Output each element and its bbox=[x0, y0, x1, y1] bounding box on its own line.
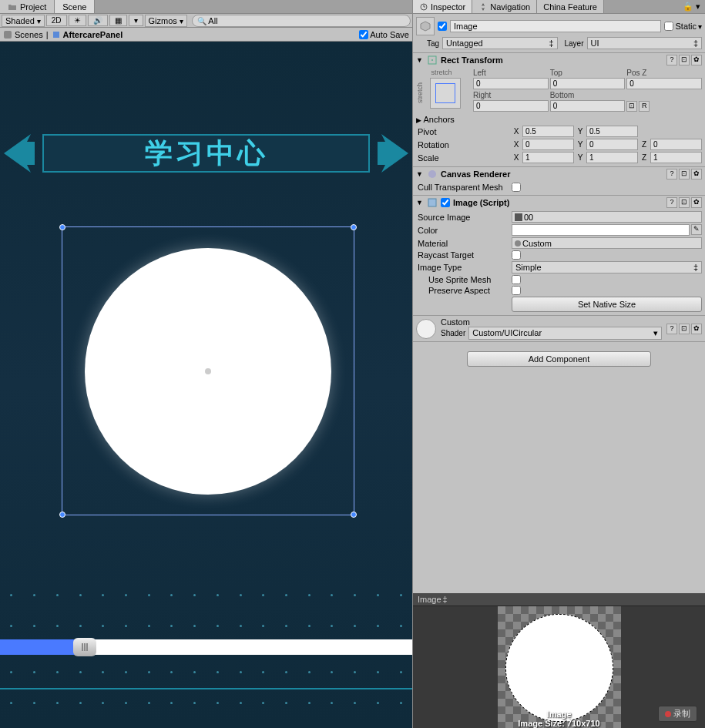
shading-dropdown[interactable]: Shaded ▾ bbox=[2, 15, 45, 27]
cull-checkbox[interactable] bbox=[512, 183, 521, 192]
fold-icon[interactable]: ▼ bbox=[416, 170, 424, 178]
pivot-dot[interactable] bbox=[205, 368, 211, 374]
anchors-fold[interactable]: ▶ bbox=[416, 116, 421, 124]
help-button[interactable]: ? bbox=[666, 197, 677, 208]
tab-project[interactable]: Project bbox=[0, 0, 55, 13]
scene-search[interactable]: 🔍 All bbox=[192, 15, 411, 27]
eyedropper-icon[interactable]: ✎ bbox=[691, 224, 702, 235]
rot-y-field[interactable] bbox=[586, 139, 638, 150]
blueprint-button[interactable]: ⊡ bbox=[626, 101, 637, 112]
lighting-button[interactable]: ☀ bbox=[69, 15, 86, 26]
preserve-aspect-label: Preserve Aspect bbox=[416, 286, 509, 295]
svg-point-5 bbox=[428, 170, 436, 178]
tab-scene[interactable]: Scene bbox=[55, 0, 95, 13]
mode-2d-button[interactable]: 2D bbox=[46, 15, 67, 26]
gear-icon[interactable]: ✿ bbox=[691, 169, 702, 179]
fold-icon[interactable]: ▼ bbox=[416, 56, 424, 64]
gameobject-name-field[interactable] bbox=[450, 20, 661, 32]
pivot-y-field[interactable] bbox=[586, 126, 638, 137]
gizmos-dropdown[interactable]: Gizmos ▾ bbox=[145, 15, 187, 27]
add-component-button[interactable]: Add Component bbox=[467, 351, 651, 367]
left-field[interactable] bbox=[473, 78, 549, 89]
scale-y-field[interactable] bbox=[586, 152, 638, 163]
breadcrumb-scenes[interactable]: Scenes bbox=[3, 30, 43, 39]
preview-size-label: Image Size: 710x710 bbox=[518, 719, 599, 728]
selection-rect[interactable] bbox=[62, 226, 354, 515]
gear-icon[interactable]: ✿ bbox=[691, 324, 702, 334]
extra-dropdown[interactable]: ▾ bbox=[129, 15, 143, 26]
raycast-checkbox[interactable] bbox=[512, 250, 521, 260]
preset-button[interactable]: ⊡ bbox=[679, 169, 690, 179]
preset-button[interactable]: ⊡ bbox=[679, 197, 690, 208]
layer-dropdown[interactable]: UI‡ bbox=[587, 37, 703, 49]
help-button[interactable]: ? bbox=[666, 324, 677, 334]
stretch-h-label: stretch bbox=[431, 69, 452, 76]
help-button[interactable]: ? bbox=[666, 55, 677, 65]
slider-thumb[interactable] bbox=[73, 638, 96, 656]
rot-x-field[interactable] bbox=[522, 139, 574, 150]
rect-transform-icon bbox=[427, 55, 438, 65]
tab-china-feature[interactable]: China Feature bbox=[537, 0, 604, 13]
breadcrumb-item[interactable]: AftercarePanel bbox=[52, 30, 123, 39]
scene-view[interactable]: 学习中心 bbox=[0, 42, 412, 728]
sprite-mesh-checkbox[interactable] bbox=[512, 275, 521, 284]
top-field[interactable] bbox=[550, 78, 626, 89]
resize-handle-tl[interactable] bbox=[59, 224, 65, 230]
resize-handle-bl[interactable] bbox=[59, 512, 65, 518]
autosave-toggle[interactable]: Auto Save bbox=[359, 30, 409, 39]
lock-icon[interactable]: 🔒 ▾ bbox=[678, 0, 705, 13]
image-type-dropdown[interactable]: Simple‡ bbox=[512, 261, 702, 273]
tab-navigation[interactable]: Navigation bbox=[472, 0, 537, 13]
material-preview-sphere[interactable] bbox=[416, 319, 436, 339]
scale-z-field[interactable] bbox=[650, 152, 702, 163]
anchor-preset-button[interactable] bbox=[430, 78, 461, 109]
static-checkbox[interactable] bbox=[664, 22, 673, 31]
tag-label: Tag bbox=[416, 39, 439, 48]
pivot-x-field[interactable] bbox=[522, 126, 574, 137]
canvas-icon bbox=[427, 169, 438, 179]
preview-header[interactable]: Image ‡ bbox=[413, 593, 705, 606]
rot-z-field[interactable] bbox=[650, 139, 702, 150]
raw-edit-button[interactable]: R bbox=[639, 101, 650, 112]
resize-handle-tr[interactable] bbox=[351, 224, 357, 230]
image-enabled-checkbox[interactable] bbox=[441, 198, 450, 207]
autosave-checkbox[interactable] bbox=[359, 30, 368, 39]
material-section: Custom Shader Custom/UICircular▾ ?⊡✿ bbox=[413, 316, 705, 342]
gameobject-active-checkbox[interactable] bbox=[438, 22, 447, 31]
left-label: Left bbox=[473, 69, 549, 77]
image-icon bbox=[427, 197, 438, 208]
posz-field[interactable] bbox=[626, 78, 702, 89]
scale-x-field[interactable] bbox=[522, 152, 574, 163]
resize-handle-br[interactable] bbox=[351, 512, 357, 518]
gear-icon[interactable]: ✿ bbox=[691, 55, 702, 65]
preset-button[interactable]: ⊡ bbox=[679, 55, 690, 65]
fold-icon[interactable]: ▼ bbox=[416, 199, 424, 206]
color-label: Color bbox=[416, 226, 509, 235]
set-native-size-button[interactable]: Set Native Size bbox=[512, 297, 702, 312]
gameobject-icon[interactable] bbox=[416, 17, 435, 35]
shader-dropdown[interactable]: Custom/UICircular▾ bbox=[468, 327, 662, 340]
cube-icon bbox=[419, 20, 431, 32]
record-button[interactable]: 录制 bbox=[658, 706, 697, 722]
bottom-field[interactable] bbox=[550, 100, 626, 112]
slider-fill bbox=[0, 639, 77, 655]
preset-button[interactable]: ⊡ bbox=[679, 324, 690, 334]
gameobject-header: Static ▾ Tag Untagged‡ Layer UI‡ bbox=[413, 14, 705, 53]
help-button[interactable]: ? bbox=[666, 169, 677, 179]
audio-button[interactable]: 🔊 bbox=[88, 15, 108, 26]
tab-inspector[interactable]: Inspector bbox=[413, 0, 472, 13]
gear-icon[interactable]: ✿ bbox=[691, 197, 702, 208]
right-label: Right bbox=[473, 91, 549, 99]
image-type-label: Image Type bbox=[416, 263, 509, 272]
svg-rect-6 bbox=[428, 199, 436, 206]
fx-button[interactable]: ▦ bbox=[109, 15, 127, 26]
color-field[interactable] bbox=[512, 224, 690, 236]
material-field[interactable]: Custom bbox=[512, 237, 702, 249]
tag-dropdown[interactable]: Untagged‡ bbox=[442, 37, 558, 49]
preserve-aspect-checkbox[interactable] bbox=[512, 286, 521, 295]
canvas-renderer-component: ▼ Canvas Renderer ?⊡✿ Cull Transparent M… bbox=[413, 167, 705, 196]
slider[interactable] bbox=[0, 639, 412, 655]
right-field[interactable] bbox=[473, 100, 549, 112]
source-image-field[interactable]: 00 bbox=[512, 211, 702, 223]
svg-rect-0 bbox=[4, 31, 12, 39]
